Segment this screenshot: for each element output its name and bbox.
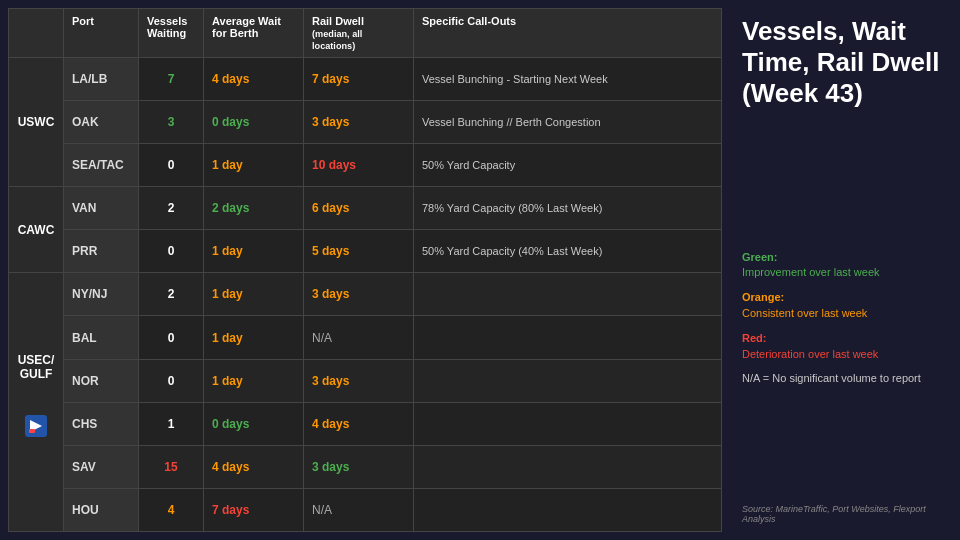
callout-cell	[414, 359, 722, 402]
table-row: USEC/GULF NY/NJ21 day3 days	[9, 273, 722, 316]
rail-cell: 5 days	[304, 230, 414, 273]
callout-cell	[414, 402, 722, 445]
legend-green-desc: Improvement over last week	[742, 265, 944, 280]
port-cell: LA/LB	[64, 58, 139, 101]
title: Vessels, Wait Time, Rail Dwell (Week 43)	[742, 16, 944, 110]
col-vessels: Vessels Waiting	[139, 9, 204, 58]
wait-cell: 1 day	[204, 359, 304, 402]
svg-rect-2	[29, 429, 35, 433]
table-section: Port Vessels Waiting Average Wait for Be…	[0, 0, 730, 540]
legend-red-label: Red:	[742, 332, 766, 344]
wait-cell: 0 days	[204, 101, 304, 144]
callout-cell: Vessel Bunching - Starting Next Week	[414, 58, 722, 101]
port-cell: OAK	[64, 101, 139, 144]
table-row: CHS10 days4 days	[9, 402, 722, 445]
callout-cell: Vessel Bunching // Berth Congestion	[414, 101, 722, 144]
port-cell: CHS	[64, 402, 139, 445]
vessels-cell: 0	[139, 359, 204, 402]
vessels-cell: 2	[139, 273, 204, 316]
col-wait: Average Wait for Berth	[204, 9, 304, 58]
legend-orange-desc: Consistent over last week	[742, 306, 944, 321]
vessels-cell: 0	[139, 230, 204, 273]
legend-green-label: Green:	[742, 251, 777, 263]
col-rail: Rail Dwell(median, all locations)	[304, 9, 414, 58]
wait-cell: 1 day	[204, 230, 304, 273]
region-cell: USEC/GULF	[9, 273, 64, 532]
wait-cell: 1 day	[204, 316, 304, 359]
table-row: PRR01 day5 days50% Yard Capacity (40% La…	[9, 230, 722, 273]
table-row: NOR01 day3 days	[9, 359, 722, 402]
port-cell: BAL	[64, 316, 139, 359]
table-row: USWCLA/LB74 days7 daysVessel Bunching - …	[9, 58, 722, 101]
callout-cell	[414, 488, 722, 531]
rail-cell: 3 days	[304, 359, 414, 402]
wait-cell: 2 days	[204, 187, 304, 230]
callout-cell	[414, 316, 722, 359]
port-cell: VAN	[64, 187, 139, 230]
region-cell: USWC	[9, 58, 64, 187]
legend-red-desc: Deterioration over last week	[742, 347, 944, 362]
rail-cell: N/A	[304, 316, 414, 359]
callout-cell: 50% Yard Capacity	[414, 144, 722, 187]
vessels-cell: 7	[139, 58, 204, 101]
col-region	[9, 9, 64, 58]
table-row: OAK30 days3 daysVessel Bunching // Berth…	[9, 101, 722, 144]
vessels-cell: 4	[139, 488, 204, 531]
wait-cell: 7 days	[204, 488, 304, 531]
info-section: Vessels, Wait Time, Rail Dwell (Week 43)…	[730, 0, 960, 540]
table-row: HOU47 daysN/A	[9, 488, 722, 531]
port-cell: NY/NJ	[64, 273, 139, 316]
table-row: CAWCVAN22 days6 days78% Yard Capacity (8…	[9, 187, 722, 230]
port-cell: NOR	[64, 359, 139, 402]
col-port: Port	[64, 9, 139, 58]
wait-cell: 4 days	[204, 58, 304, 101]
callout-cell: 50% Yard Capacity (40% Last Week)	[414, 230, 722, 273]
callout-cell	[414, 445, 722, 488]
port-cell: PRR	[64, 230, 139, 273]
rail-cell: 3 days	[304, 273, 414, 316]
col-callouts: Specific Call-Outs	[414, 9, 722, 58]
vessels-cell: 3	[139, 101, 204, 144]
wait-cell: 4 days	[204, 445, 304, 488]
rail-cell: 3 days	[304, 445, 414, 488]
wait-cell: 0 days	[204, 402, 304, 445]
wait-cell: 1 day	[204, 144, 304, 187]
table-row: BAL01 dayN/A	[9, 316, 722, 359]
rail-cell: 10 days	[304, 144, 414, 187]
table-row: SEA/TAC01 day10 days50% Yard Capacity	[9, 144, 722, 187]
callout-cell: 78% Yard Capacity (80% Last Week)	[414, 187, 722, 230]
vessels-cell: 0	[139, 316, 204, 359]
callout-cell	[414, 273, 722, 316]
wait-cell: 1 day	[204, 273, 304, 316]
rail-cell: 3 days	[304, 101, 414, 144]
main-table: Port Vessels Waiting Average Wait for Be…	[8, 8, 722, 532]
rail-cell: N/A	[304, 488, 414, 531]
port-cell: SEA/TAC	[64, 144, 139, 187]
port-cell: HOU	[64, 488, 139, 531]
port-cell: SAV	[64, 445, 139, 488]
rail-cell: 6 days	[304, 187, 414, 230]
vessels-cell: 15	[139, 445, 204, 488]
source: Source: MarineTraffic, Port Websites, Fl…	[742, 504, 944, 524]
legend-orange: Orange: Consistent over last week	[742, 290, 944, 321]
table-row: SAV154 days3 days	[9, 445, 722, 488]
rail-cell: 4 days	[304, 402, 414, 445]
legend-green: Green: Improvement over last week	[742, 250, 944, 281]
vessels-cell: 0	[139, 144, 204, 187]
region-cell: CAWC	[9, 187, 64, 273]
legend-orange-label: Orange:	[742, 291, 784, 303]
vessels-cell: 2	[139, 187, 204, 230]
rail-cell: 7 days	[304, 58, 414, 101]
legend-red: Red: Deterioration over last week	[742, 331, 944, 362]
legend-na: N/A = No significant volume to report	[742, 372, 944, 384]
legend: Green: Improvement over last week Orange…	[742, 130, 944, 504]
vessels-cell: 1	[139, 402, 204, 445]
